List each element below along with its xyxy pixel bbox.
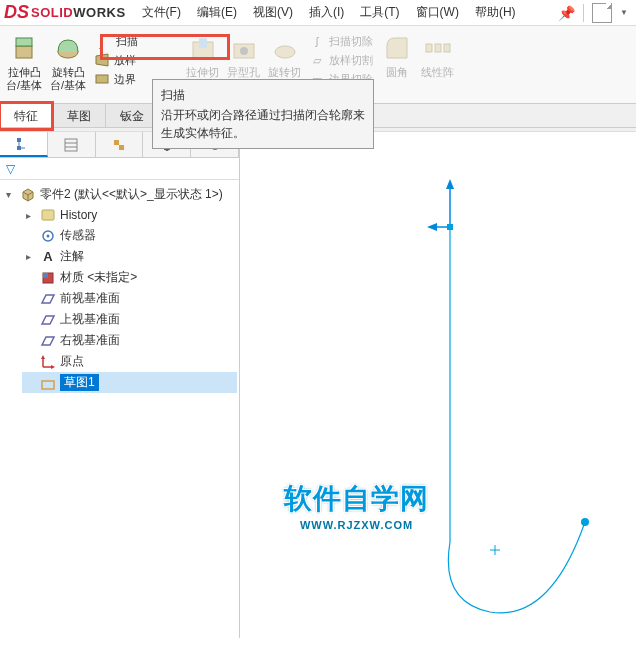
boundary-label: 边界	[114, 72, 136, 87]
sweep-label: 扫描	[116, 34, 138, 49]
origin-triad	[427, 179, 454, 231]
tooltip-description: 沿开环或闭合路径通过扫描闭合轮廓来生成实体特征。	[161, 106, 365, 142]
tree-root-label: 零件2 (默认<<默认>_显示状态 1>)	[40, 186, 223, 203]
watermark-cn: 软件自学网	[284, 480, 429, 518]
boundary-icon	[94, 71, 110, 87]
cut-sweep-button[interactable]: ∫ 扫描切除	[305, 32, 377, 50]
loft-label: 放样	[114, 53, 136, 68]
tree-origin[interactable]: ▸ 原点	[22, 351, 237, 372]
tree-annotations[interactable]: ▸ A 注解	[22, 246, 237, 267]
feature-tree: ▾ 零件2 (默认<<默认>_显示状态 1>) ▸ History ▸	[0, 180, 239, 638]
fillet-button[interactable]: 圆角	[377, 30, 417, 103]
svg-rect-25	[42, 210, 54, 220]
svg-rect-41	[447, 224, 453, 230]
revolve-cut-icon	[269, 32, 301, 64]
menu-view[interactable]: 视图(V)	[247, 1, 299, 24]
logo-ds-icon: DS	[4, 2, 29, 23]
sketch-geometry	[240, 132, 636, 638]
tooltip-title: 扫描	[161, 86, 365, 104]
sweep-button[interactable]: ∫ 扫描	[90, 32, 142, 50]
new-document-icon[interactable]	[592, 3, 612, 23]
toggle-icon[interactable]: ▸	[26, 210, 36, 221]
tree-front-plane[interactable]: ▸ 前视基准面	[22, 288, 237, 309]
loft-button[interactable]: 放样	[90, 51, 142, 69]
svg-rect-29	[43, 273, 48, 278]
tree-toggle-icon[interactable]: ▾	[6, 189, 16, 200]
loft-icon	[94, 52, 110, 68]
boundary-button[interactable]: 边界	[90, 70, 142, 88]
tab-feature[interactable]: 特征	[0, 104, 53, 127]
top-plane-label: 上视基准面	[60, 311, 120, 328]
menu-items: 文件(F) 编辑(E) 视图(V) 插入(I) 工具(T) 窗口(W) 帮助(H…	[136, 1, 522, 24]
sketch1-label: 草图1	[60, 374, 99, 391]
menu-window[interactable]: 窗口(W)	[410, 1, 465, 24]
panel-tab-config[interactable]	[96, 132, 144, 157]
tab-sketch[interactable]: 草图	[53, 104, 106, 127]
svg-rect-3	[96, 75, 108, 83]
plane-icon	[40, 291, 56, 307]
extrude-boss-button[interactable]: 拉伸凸 台/基体	[2, 30, 46, 103]
cut-sweep-icon: ∫	[309, 33, 325, 49]
svg-point-8	[275, 46, 295, 58]
history-label: History	[60, 208, 97, 222]
toggle-icon[interactable]: ▸	[26, 251, 36, 262]
cut-loft-icon: ▱	[309, 52, 325, 68]
pin-icon[interactable]: 📌	[558, 5, 575, 21]
main-area: ▽ ▾ 零件2 (默认<<默认>_显示状态 1>) ▸ History	[0, 132, 636, 638]
tree-top-plane[interactable]: ▸ 上视基准面	[22, 309, 237, 330]
plane-icon	[40, 333, 56, 349]
origin-label: 原点	[60, 353, 84, 370]
tree-sensors[interactable]: ▸ 传感器	[22, 225, 237, 246]
annotations-icon: A	[40, 249, 56, 265]
material-label: 材质 <未指定>	[60, 269, 137, 286]
part-icon	[20, 187, 36, 203]
feature-tree-panel: ▽ ▾ 零件2 (默认<<默认>_显示状态 1>) ▸ History	[0, 132, 240, 638]
sweep-icon: ∫	[94, 33, 110, 49]
sweep-tooltip: 扫描 沿开环或闭合路径通过扫描闭合轮廓来生成实体特征。	[152, 79, 374, 149]
menu-edit[interactable]: 编辑(E)	[191, 1, 243, 24]
revolve-boss-button[interactable]: 旋转凸 台/基体	[46, 30, 90, 103]
svg-rect-0	[16, 46, 32, 58]
menubar-right: 📌 ▼	[558, 3, 632, 23]
ribbon-toolbar: 拉伸凸 台/基体 旋转凸 台/基体 ∫ 扫描 放样 边界 拉伸	[0, 26, 636, 104]
fillet-label: 圆角	[386, 66, 408, 79]
sweep-loft-group: ∫ 扫描 放样 边界	[90, 30, 142, 103]
svg-marker-32	[41, 355, 45, 359]
svg-marker-33	[51, 365, 55, 369]
filter-row: ▽	[0, 158, 239, 180]
linear-pattern-button[interactable]: 线性阵	[417, 30, 458, 103]
dropdown-arrow-icon[interactable]: ▼	[620, 8, 628, 17]
tree-material[interactable]: ▸ 材质 <未指定>	[22, 267, 237, 288]
sensors-icon	[40, 228, 56, 244]
svg-rect-19	[114, 140, 119, 145]
menu-file[interactable]: 文件(F)	[136, 1, 187, 24]
linear-pattern-icon	[422, 32, 454, 64]
svg-rect-20	[119, 145, 124, 150]
menu-tools[interactable]: 工具(T)	[354, 1, 405, 24]
svg-rect-13	[17, 146, 21, 150]
tree-sketch1[interactable]: ▸ 草图1	[22, 372, 237, 393]
right-plane-label: 右视基准面	[60, 332, 120, 349]
svg-rect-34	[42, 381, 54, 389]
tree-history[interactable]: ▸ History	[22, 205, 237, 225]
graphics-viewport[interactable]: 软件自学网 WWW.RJZXW.COM	[240, 132, 636, 638]
tree-root[interactable]: ▾ 零件2 (默认<<默认>_显示状态 1>)	[2, 184, 237, 205]
panel-tab-property[interactable]	[48, 132, 96, 157]
linear-pattern-label: 线性阵	[421, 66, 454, 79]
sensors-label: 传感器	[60, 227, 96, 244]
menu-insert[interactable]: 插入(I)	[303, 1, 350, 24]
tree-right-plane[interactable]: ▸ 右视基准面	[22, 330, 237, 351]
svg-rect-5	[199, 38, 207, 48]
sketch-icon	[40, 375, 56, 391]
logo-solid: SOLID	[31, 5, 73, 20]
svg-rect-10	[435, 44, 441, 52]
funnel-icon[interactable]: ▽	[6, 162, 15, 176]
cut-loft-button[interactable]: ▱ 放样切割	[305, 51, 377, 69]
app-logo: DS SOLIDWORKS	[4, 2, 126, 23]
origin-icon	[40, 354, 56, 370]
panel-tab-tree[interactable]	[0, 132, 48, 157]
menu-help[interactable]: 帮助(H)	[469, 1, 522, 24]
watermark: 软件自学网 WWW.RJZXW.COM	[284, 480, 429, 531]
svg-marker-38	[427, 223, 437, 231]
svg-marker-36	[446, 179, 454, 189]
